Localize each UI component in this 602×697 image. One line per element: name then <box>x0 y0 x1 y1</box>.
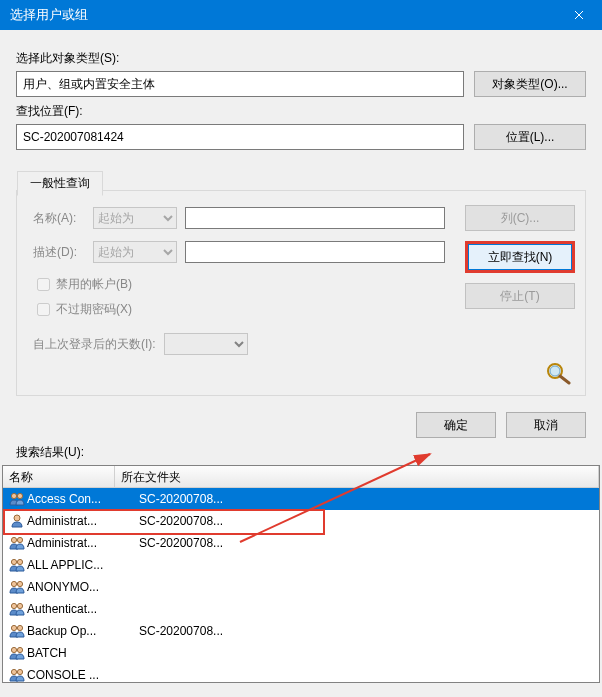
table-row[interactable]: Administrat...SC-20200708... <box>3 532 599 554</box>
svg-point-6 <box>17 537 22 542</box>
user-icon <box>7 513 27 529</box>
svg-point-2 <box>11 493 16 498</box>
group-icon <box>7 535 27 551</box>
location-field[interactable] <box>16 124 464 150</box>
svg-point-3 <box>17 493 22 498</box>
svg-point-17 <box>11 669 16 674</box>
non-expiring-password-label: 不过期密码(X) <box>56 301 132 318</box>
cell-name: Access Con... <box>27 492 135 506</box>
group-icon <box>7 667 27 683</box>
table-row[interactable]: ALL APPLIC... <box>3 554 599 576</box>
cell-name: Administrat... <box>27 536 135 550</box>
stop-button: 停止(T) <box>465 283 575 309</box>
svg-point-18 <box>17 669 22 674</box>
table-row[interactable]: Administrat...SC-20200708... <box>3 510 599 532</box>
col-name[interactable]: 名称 <box>3 466 115 487</box>
cell-name: Authenticat... <box>27 602 135 616</box>
svg-point-14 <box>17 625 22 630</box>
find-now-button[interactable]: 立即查找(N) <box>468 244 572 270</box>
desc-input[interactable] <box>185 241 445 263</box>
svg-point-10 <box>17 581 22 586</box>
object-type-label: 选择此对象类型(S): <box>16 50 586 67</box>
svg-point-15 <box>11 647 16 652</box>
group-icon <box>7 557 27 573</box>
disabled-accounts-label: 禁用的帐户(B) <box>56 276 132 293</box>
svg-point-12 <box>17 603 22 608</box>
svg-point-4 <box>14 515 20 521</box>
table-row[interactable]: CONSOLE ... <box>3 664 599 683</box>
group-icon <box>7 491 27 507</box>
cell-name: ANONYMO... <box>27 580 135 594</box>
desc-label: 描述(D): <box>33 244 93 261</box>
close-button[interactable] <box>556 0 602 30</box>
query-tab-panel: 一般性查询 名称(A): 起始为 描述(D): 起始为 禁用的帐户(B) 不过期… <box>16 190 586 396</box>
tab-common-queries[interactable]: 一般性查询 <box>17 171 103 196</box>
svg-point-9 <box>11 581 16 586</box>
table-row[interactable]: ANONYMO... <box>3 576 599 598</box>
cell-name: Administrat... <box>27 514 135 528</box>
svg-point-8 <box>17 559 22 564</box>
table-row[interactable]: BATCH <box>3 642 599 664</box>
group-icon <box>7 601 27 617</box>
cell-folder: SC-20200708... <box>135 624 595 638</box>
location-label: 查找位置(F): <box>16 103 586 120</box>
search-icon <box>543 361 575 385</box>
titlebar: 选择用户或组 <box>0 0 602 30</box>
cell-name: ALL APPLIC... <box>27 558 135 572</box>
svg-point-5 <box>11 537 16 542</box>
table-row[interactable]: Access Con...SC-20200708... <box>3 488 599 510</box>
object-types-button[interactable]: 对象类型(O)... <box>474 71 586 97</box>
name-mode-select: 起始为 <box>93 207 177 229</box>
cell-folder: SC-20200708... <box>135 492 595 506</box>
close-icon <box>574 10 584 20</box>
cancel-button[interactable]: 取消 <box>506 412 586 438</box>
svg-point-16 <box>17 647 22 652</box>
locations-button[interactable]: 位置(L)... <box>474 124 586 150</box>
col-folder[interactable]: 所在文件夹 <box>115 466 599 487</box>
group-icon <box>7 623 27 639</box>
name-input[interactable] <box>185 207 445 229</box>
svg-point-11 <box>11 603 16 608</box>
cell-name: CONSOLE ... <box>27 668 135 682</box>
results-list[interactable]: 名称 所在文件夹 Access Con...SC-20200708...Admi… <box>2 465 600 683</box>
results-label: 搜索结果(U): <box>0 444 602 465</box>
group-icon <box>7 645 27 661</box>
table-row[interactable]: Backup Op...SC-20200708... <box>3 620 599 642</box>
non-expiring-password-checkbox <box>37 303 50 316</box>
days-since-logon-label: 自上次登录后的天数(I): <box>33 336 156 353</box>
columns-button: 列(C)... <box>465 205 575 231</box>
cell-folder: SC-20200708... <box>135 536 595 550</box>
name-label: 名称(A): <box>33 210 93 227</box>
cell-name: BATCH <box>27 646 135 660</box>
object-type-field[interactable] <box>16 71 464 97</box>
cell-folder: SC-20200708... <box>135 514 595 528</box>
svg-point-1 <box>550 366 560 376</box>
svg-point-7 <box>11 559 16 564</box>
disabled-accounts-checkbox <box>37 278 50 291</box>
cell-name: Backup Op... <box>27 624 135 638</box>
desc-mode-select: 起始为 <box>93 241 177 263</box>
results-header: 名称 所在文件夹 <box>3 466 599 488</box>
table-row[interactable]: Authenticat... <box>3 598 599 620</box>
days-since-logon-select <box>164 333 248 355</box>
svg-point-13 <box>11 625 16 630</box>
title-text: 选择用户或组 <box>10 6 556 24</box>
ok-button[interactable]: 确定 <box>416 412 496 438</box>
group-icon <box>7 579 27 595</box>
